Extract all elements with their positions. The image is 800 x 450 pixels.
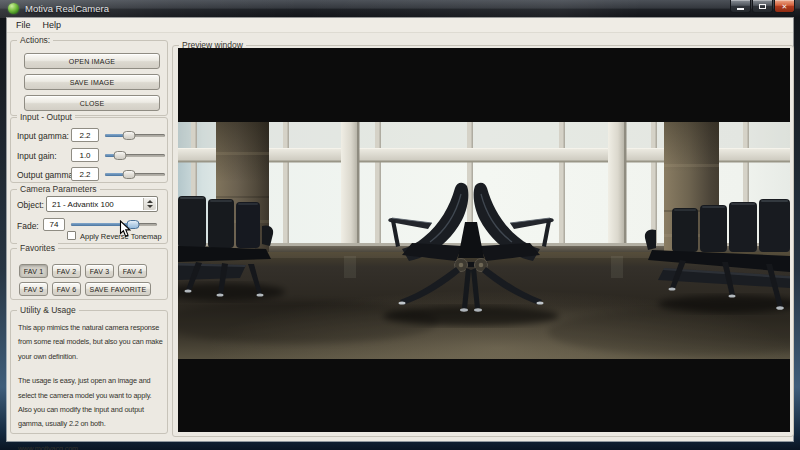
close-button[interactable]: ✕ — [774, 0, 795, 13]
fav1-button[interactable]: FAV 1 — [19, 264, 48, 278]
fav4-button[interactable]: FAV 4 — [118, 264, 147, 278]
website-link[interactable]: www.motivacg.com — [18, 442, 166, 450]
spinner-down-icon[interactable] — [147, 205, 153, 208]
minimize-button[interactable] — [730, 0, 751, 13]
save-image-button[interactable]: SAVE IMAGE — [24, 74, 160, 90]
minimize-icon — [737, 8, 744, 10]
utility-group: Utility & Usage This app mimics the natu… — [10, 310, 168, 434]
titlebar[interactable]: Motiva RealCamera ✕ — [0, 0, 800, 18]
camera-object-select[interactable]: 21 - Advantix 100 — [46, 196, 158, 212]
mouse-cursor — [119, 220, 131, 238]
reverse-tonemap-checkbox[interactable] — [67, 231, 76, 240]
input-gamma-slider[interactable] — [105, 131, 165, 140]
preview-group: Preview window — [172, 45, 794, 437]
preview-image — [178, 122, 790, 359]
maximize-button[interactable] — [752, 0, 773, 13]
input-gain-field[interactable]: 1.0 — [71, 148, 99, 162]
input-gain-label: Input gain: — [17, 151, 57, 161]
utility-text: This app mimics the natural camera respo… — [18, 321, 166, 450]
open-image-button[interactable]: OPEN IMAGE — [24, 53, 160, 69]
input-gamma-field[interactable]: 2.2 — [71, 128, 99, 142]
fade-field[interactable]: 74 — [43, 218, 65, 231]
slider-handle[interactable] — [114, 151, 127, 160]
maximize-icon — [759, 4, 766, 9]
close-icon: ✕ — [782, 3, 788, 10]
spinner-buttons[interactable] — [143, 198, 156, 210]
camera-object-value: 21 - Advantix 100 — [52, 197, 114, 211]
utility-paragraph-1: This app mimics the natural camera respo… — [18, 321, 166, 364]
favorites-group-label: Favorites — [17, 243, 58, 254]
input-gain-slider[interactable] — [105, 151, 165, 160]
slider-handle[interactable] — [123, 170, 136, 179]
fav2-button[interactable]: FAV 2 — [52, 264, 81, 278]
menubar: File Help — [7, 18, 793, 33]
fav5-button[interactable]: FAV 5 — [19, 282, 48, 296]
camera-parameters-group-label: Camera Parameters — [17, 184, 100, 195]
window-title: Motiva RealCamera — [25, 3, 109, 14]
close-image-button[interactable]: CLOSE — [24, 95, 160, 111]
fade-slider[interactable] — [71, 220, 157, 229]
preview-canvas[interactable] — [178, 48, 790, 432]
output-gamma-slider[interactable] — [105, 170, 165, 179]
object-label: Object: — [17, 200, 44, 210]
window-controls: ✕ — [729, 0, 795, 13]
save-favorite-button[interactable]: SAVE FAVORITE — [85, 282, 151, 296]
menu-file[interactable]: File — [10, 19, 37, 31]
actions-group: Actions: OPEN IMAGE SAVE IMAGE CLOSE — [10, 40, 168, 116]
input-output-group-label: Input - Output — [17, 112, 75, 123]
slider-handle[interactable] — [123, 131, 136, 140]
app-window: Motiva RealCamera ✕ File Help Actions: O… — [0, 0, 800, 450]
spinner-up-icon[interactable] — [147, 200, 153, 203]
fav3-button[interactable]: FAV 3 — [85, 264, 114, 278]
actions-group-label: Actions: — [17, 35, 53, 46]
utility-group-label: Utility & Usage — [17, 305, 79, 316]
camera-parameters-group: Camera Parameters Object: 21 - Advantix … — [10, 189, 168, 244]
fade-label: Fade: — [17, 221, 39, 231]
app-icon — [8, 3, 19, 14]
input-gamma-label: Input gamma: — [17, 131, 69, 141]
fav6-button[interactable]: FAV 6 — [52, 282, 81, 296]
output-gamma-label: Output gamma: — [17, 170, 76, 180]
menu-help[interactable]: Help — [37, 19, 68, 31]
utility-paragraph-2: The usage is easy, just open an image an… — [18, 374, 166, 432]
input-output-group: Input - Output Input gamma: 2.2 Input ga… — [10, 117, 168, 183]
output-gamma-field[interactable]: 2.2 — [71, 167, 99, 181]
favorites-group: Favorites FAV 1 FAV 2 FAV 3 FAV 4 FAV 5 … — [10, 248, 168, 300]
